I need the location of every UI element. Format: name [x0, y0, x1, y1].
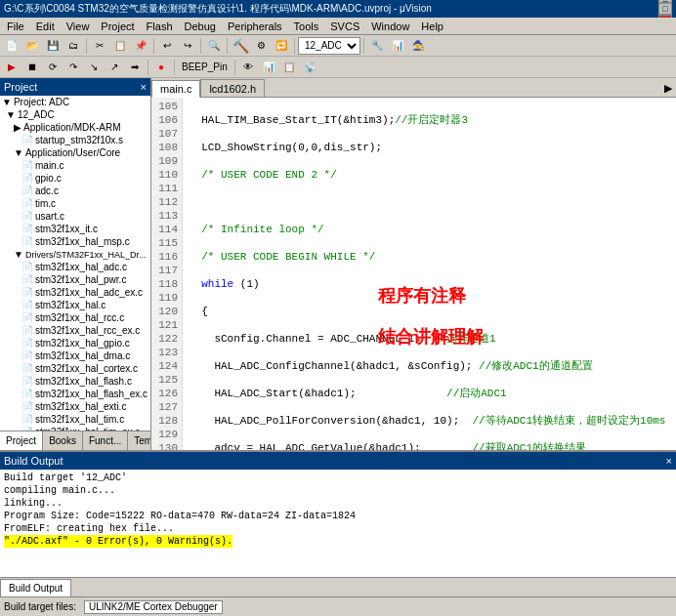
build-output-content[interactable]: Build target '12_ADC' compiling main.c..… [0, 470, 676, 577]
memory-button[interactable]: 📊 [259, 59, 278, 76]
cut-button[interactable]: ✂ [90, 37, 109, 55]
step-in-button[interactable]: ↘ [84, 59, 104, 76]
save-button[interactable]: 💾 [43, 37, 63, 55]
separator2 [153, 38, 154, 54]
copy-button[interactable]: 📋 [110, 37, 130, 55]
file-icon: 📄 [21, 262, 33, 272]
project-panel: Project × ▼ Project: ADC ▼ 12_ADC ▶ Appl… [0, 78, 151, 450]
menu-project[interactable]: Project [96, 20, 139, 33]
tree-item-hal-c[interactable]: 📄 stm32f1xx_hal.c [0, 299, 150, 311]
tree-item-drivers-hal[interactable]: ▼ Drivers/STM32F1xx_HAL_Dr... [0, 248, 150, 261]
breakpoint-button[interactable]: ● [151, 59, 171, 76]
tree-item-hal-flash-ex[interactable]: 📄 stm32f1xx_hal_flash_ex.c [0, 388, 150, 400]
tree-item-adc-c[interactable]: 📄 adc.c [0, 185, 150, 197]
menu-help[interactable]: Help [416, 20, 448, 33]
tab-lcd1602-h[interactable]: lcd1602.h [200, 79, 265, 97]
menu-file[interactable]: File [2, 20, 29, 33]
tree-label: usart.c [35, 211, 64, 222]
new-file-button[interactable]: 📄 [2, 37, 21, 55]
menu-svcs[interactable]: SVCS [325, 20, 364, 33]
tree-item-hal-tim[interactable]: 📄 stm32f1xx_hal_tim.c [0, 413, 150, 426]
tree-label: main.c [35, 160, 63, 171]
code-line-114: HAL_ADC_ConfigChannel(&hadc1, &sConfig);… [189, 359, 676, 373]
menu-tools[interactable]: Tools [289, 20, 324, 33]
file-icon: 📄 [21, 224, 33, 234]
tree-item-hal-rcc[interactable]: 📄 stm32f1xx_hal_rcc.c [0, 311, 150, 324]
step-over-button[interactable]: ↷ [63, 59, 83, 76]
tree-item-gpio-c[interactable]: 📄 gpio.c [0, 172, 150, 185]
wizard-button[interactable]: 🧙 [408, 37, 428, 55]
uart-button[interactable]: 📡 [300, 59, 319, 76]
stop-debug-button[interactable]: ⏹ [22, 59, 42, 76]
tree-item-main-c[interactable]: 📄 main.c [0, 159, 150, 172]
tree-item-hal-adc-ex[interactable]: 📄 stm32f1xx_hal_adc_ex.c [0, 286, 150, 299]
tab-main-c[interactable]: main.c [151, 80, 200, 98]
file-icon: 📄 [21, 414, 33, 425]
reset-button[interactable]: ⟳ [43, 59, 63, 76]
tree-label: stm32f1xx_hal_flash_ex.c [35, 389, 148, 399]
redo-button[interactable]: ↪ [178, 37, 197, 55]
reg-button[interactable]: 📋 [279, 59, 299, 76]
tree-item-usart-c[interactable]: 📄 usart.c [0, 210, 150, 223]
menu-peripherals[interactable]: Peripherals [223, 20, 287, 33]
tab-scroll-arrow[interactable]: ▶ [660, 80, 676, 97]
tree-item-hal-rcc-ex[interactable]: 📄 stm32f1xx_hal_rcc_ex.c [0, 324, 150, 337]
watch-button[interactable]: 👁 [238, 59, 258, 76]
file-icon: 📄 [21, 287, 33, 298]
tree-label: stm32f1xx_hal_cortex.c [35, 363, 138, 374]
tab-build-output[interactable]: Build Output [0, 579, 71, 596]
run-to-cursor-button[interactable]: ➡ [125, 59, 145, 76]
code-line-109: /* Infinite loop */ [189, 223, 676, 236]
options-button[interactable]: 🔧 [367, 37, 387, 55]
menu-flash[interactable]: Flash [142, 20, 178, 33]
tree-item-hal-exti[interactable]: 📄 stm32f1xx_hal_exti.c [0, 400, 150, 413]
folder-icon: ▶ [14, 122, 21, 133]
rebuild-button[interactable]: 🔁 [272, 37, 291, 55]
build-close-icon[interactable]: × [666, 455, 672, 467]
tree-item-msp-c[interactable]: 📄 stm32f1xx_hal_msp.c [0, 235, 150, 248]
start-debug-button[interactable]: ▶ [2, 59, 21, 76]
build-all-button[interactable]: ⚙ [251, 37, 271, 55]
tree-item-hal-cortex[interactable]: 📄 stm32f1xx_hal_cortex.c [0, 362, 150, 375]
status-bar: Build target files: ULINK2/ME Cortex Deb… [0, 596, 676, 616]
tree-item-hal-dma[interactable]: 📄 stm32f1xx_hal_dma.c [0, 349, 150, 362]
tree-item-12adc[interactable]: ▼ 12_ADC [0, 108, 150, 121]
tab-project[interactable]: Project [0, 431, 43, 450]
code-content[interactable]: HAL_TIM_Base_Start_IT(&htim3);//开启定时器3 L… [183, 98, 676, 450]
build-result-highlight: "./ADC.axf" - 0 Error(s), 0 Warning(s). [4, 535, 232, 548]
project-tree: ▼ Project: ADC ▼ 12_ADC ▶ Application/MD… [0, 96, 150, 431]
project-close-icon[interactable]: × [141, 81, 147, 93]
maximize-button[interactable]: □ [658, 3, 672, 15]
project-tree-container[interactable]: ▼ Project: ADC ▼ 12_ADC ▶ Application/MD… [0, 96, 150, 431]
save-all-button[interactable]: 🗂 [63, 37, 83, 55]
tree-item-it-c[interactable]: 📄 stm32f1xx_it.c [0, 223, 150, 235]
menu-edit[interactable]: Edit [31, 20, 60, 33]
tree-item-hal-pwr[interactable]: 📄 stm32f1xx_hal_pwr.c [0, 273, 150, 286]
paste-button[interactable]: 📌 [131, 37, 150, 55]
step-out-button[interactable]: ↗ [105, 59, 124, 76]
tree-item-tim-c[interactable]: 📄 tim.c [0, 197, 150, 210]
target-dropdown[interactable]: 12_ADC [298, 37, 360, 55]
tree-item-hal-gpio[interactable]: 📄 stm32f1xx_hal_gpio.c [0, 337, 150, 349]
tree-item-mdk-arm[interactable]: ▶ Application/MDK-ARM [0, 121, 150, 134]
tree-item-hal-adc[interactable]: 📄 stm32f1xx_hal_adc.c [0, 261, 150, 273]
build-button[interactable]: 🔨 [231, 37, 250, 55]
tab-funct[interactable]: Funct... [83, 431, 128, 450]
undo-button[interactable]: ↩ [157, 37, 177, 55]
tree-item-user-core[interactable]: ▼ Application/User/Core [0, 146, 150, 159]
tab-books[interactable]: Books [43, 431, 83, 450]
menu-view[interactable]: View [62, 20, 95, 33]
tree-item-hal-flash[interactable]: 📄 stm32f1xx_hal_flash.c [0, 375, 150, 388]
tree-item-startup[interactable]: 📄 startup_stm32f10x.s [0, 134, 150, 146]
menu-window[interactable]: Window [366, 20, 414, 33]
find-button[interactable]: 🔍 [204, 37, 224, 55]
tree-item-project-adc[interactable]: ▼ Project: ADC [0, 96, 150, 108]
project-panel-header: Project × [0, 78, 150, 96]
config-button[interactable]: 📊 [388, 37, 407, 55]
code-editor[interactable]: 105106107108 109110111112 113114115116 1… [151, 98, 676, 450]
open-file-button[interactable]: 📂 [22, 37, 42, 55]
file-icon: 📄 [21, 211, 33, 222]
separator5 [294, 38, 295, 54]
menu-debug[interactable]: Debug [180, 20, 221, 33]
tab-templ[interactable]: Templ... [128, 431, 151, 450]
